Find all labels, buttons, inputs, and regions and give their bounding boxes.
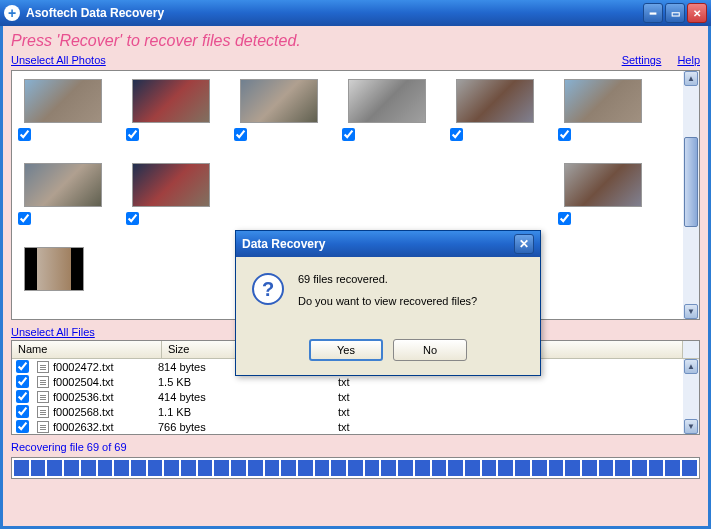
app-icon: + (4, 5, 20, 21)
progress-segment (131, 460, 146, 476)
progress-segment (448, 460, 463, 476)
progress-segment (482, 460, 497, 476)
photo-thumb (240, 79, 318, 123)
progress-segment (81, 460, 96, 476)
file-size: 1.5 KB (158, 376, 338, 388)
progress-segment (181, 460, 196, 476)
progress-segment (231, 460, 246, 476)
photo-checkbox[interactable] (18, 212, 31, 225)
table-row[interactable]: f0002504.txt1.5 KBtxt (12, 374, 699, 389)
photo-item[interactable] (456, 79, 534, 123)
file-icon (37, 421, 49, 433)
file-icon (37, 376, 49, 388)
photo-item[interactable] (564, 163, 642, 207)
file-ext: txt (338, 421, 478, 433)
yes-button[interactable]: Yes (309, 339, 383, 361)
file-checkbox[interactable] (16, 420, 29, 433)
photo-thumb (24, 247, 84, 291)
scroll-down-icon[interactable]: ▼ (684, 419, 698, 434)
table-row[interactable]: f0002568.txt1.1 KBtxt (12, 404, 699, 419)
progress-segment (398, 460, 413, 476)
progress-segment (214, 460, 229, 476)
maximize-button[interactable]: ▭ (665, 3, 685, 23)
progress-segment (498, 460, 513, 476)
photo-item[interactable] (24, 247, 102, 291)
photo-thumb (564, 163, 642, 207)
close-button[interactable]: ✕ (687, 3, 707, 23)
file-ext: txt (338, 406, 478, 418)
photo-item[interactable] (24, 163, 102, 207)
minimize-button[interactable]: ━ (643, 3, 663, 23)
progress-segment (265, 460, 280, 476)
file-icon (37, 406, 49, 418)
progress-segment (432, 460, 447, 476)
scroll-thumb[interactable] (684, 137, 698, 227)
progress-segment (599, 460, 614, 476)
file-size: 1.1 KB (158, 406, 338, 418)
progress-segment (582, 460, 597, 476)
window-body: Press 'Recover' to recover files detecte… (0, 26, 711, 529)
progress-segment (114, 460, 129, 476)
photo-scrollbar[interactable]: ▲ ▼ (683, 71, 699, 319)
photo-item[interactable] (564, 79, 642, 123)
progress-segment (298, 460, 313, 476)
progress-segment (549, 460, 564, 476)
photo-item[interactable] (348, 79, 426, 123)
progress-segment (365, 460, 380, 476)
scroll-up-icon[interactable]: ▲ (684, 359, 698, 374)
progress-segment (248, 460, 263, 476)
photo-checkbox[interactable] (126, 128, 139, 141)
status-text: Recovering file 69 of 69 (11, 441, 700, 453)
no-button[interactable]: No (393, 339, 467, 361)
file-scrollbar[interactable]: ▲ ▼ (683, 359, 699, 434)
progress-segment (532, 460, 547, 476)
photo-item[interactable] (132, 163, 210, 207)
progress-segment (665, 460, 680, 476)
table-row[interactable]: f0002632.txt766 bytestxt (12, 419, 699, 434)
photo-checkbox[interactable] (18, 128, 31, 141)
instruction-text: Press 'Recover' to recover files detecte… (11, 32, 700, 50)
dialog-close-button[interactable]: ✕ (514, 234, 534, 254)
progress-segment (281, 460, 296, 476)
table-row[interactable]: f0002536.txt414 bytestxt (12, 389, 699, 404)
settings-link[interactable]: Settings (622, 54, 662, 66)
photo-item[interactable] (132, 79, 210, 123)
progress-segment (682, 460, 697, 476)
progress-segment (381, 460, 396, 476)
progress-bar (11, 457, 700, 479)
file-checkbox[interactable] (16, 360, 29, 373)
progress-segment (148, 460, 163, 476)
progress-segment (14, 460, 29, 476)
photo-checkbox[interactable] (234, 128, 247, 141)
scroll-down-icon[interactable]: ▼ (684, 304, 698, 319)
file-checkbox[interactable] (16, 390, 29, 403)
file-checkbox[interactable] (16, 375, 29, 388)
photo-checkbox[interactable] (450, 128, 463, 141)
scroll-up-icon[interactable]: ▲ (684, 71, 698, 86)
unselect-all-files-link[interactable]: Unselect All Files (11, 326, 95, 338)
progress-segment (515, 460, 530, 476)
dialog-titlebar: Data Recovery ✕ (236, 231, 540, 257)
file-name: f0002504.txt (53, 376, 114, 388)
photo-thumb (348, 79, 426, 123)
progress-segment (415, 460, 430, 476)
help-link[interactable]: Help (677, 54, 700, 66)
photo-checkbox[interactable] (558, 128, 571, 141)
column-header-name[interactable]: Name (12, 341, 162, 358)
photo-checkbox[interactable] (558, 212, 571, 225)
photo-checkbox[interactable] (342, 128, 355, 141)
photo-item[interactable] (24, 79, 102, 123)
file-checkbox[interactable] (16, 405, 29, 418)
unselect-all-photos-link[interactable]: Unselect All Photos (11, 54, 106, 66)
photo-thumb (132, 79, 210, 123)
file-icon (37, 391, 49, 403)
progress-segment (47, 460, 62, 476)
photo-checkbox[interactable] (126, 212, 139, 225)
photo-item[interactable] (240, 79, 318, 123)
progress-segment (315, 460, 330, 476)
progress-segment (615, 460, 630, 476)
progress-segment (649, 460, 664, 476)
progress-segment (632, 460, 647, 476)
question-icon: ? (252, 273, 284, 305)
photo-thumb (564, 79, 642, 123)
